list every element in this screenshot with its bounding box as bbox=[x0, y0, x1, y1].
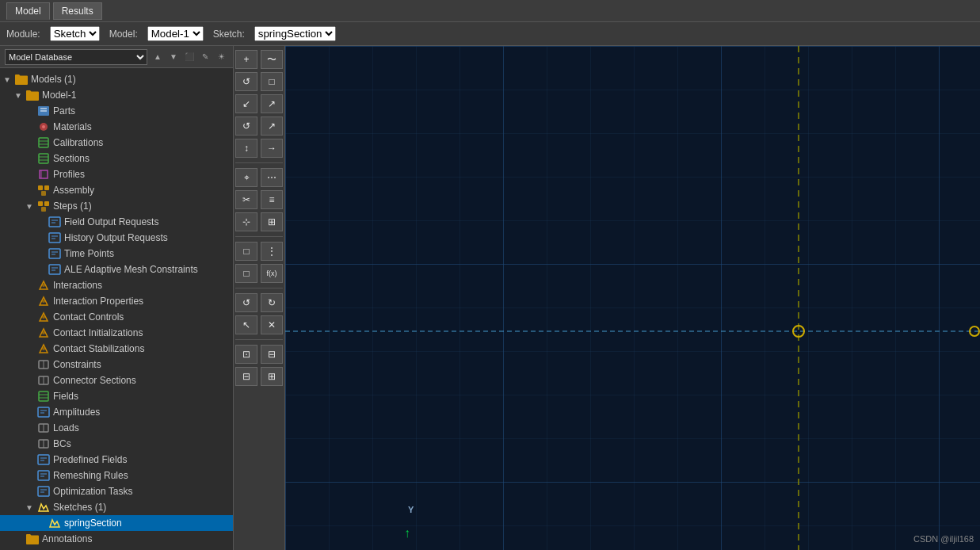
select-tool[interactable]: ↖ bbox=[235, 315, 257, 334]
tree-item-historyoutput[interactable]: History Output Requests bbox=[0, 230, 233, 246]
tree-item-timepoints[interactable]: Time Points bbox=[0, 246, 233, 262]
expand-icon[interactable]: ▼ bbox=[25, 202, 36, 211]
add-tool[interactable]: + bbox=[235, 50, 257, 69]
box-tool[interactable]: □ bbox=[235, 242, 257, 261]
svg-point-30 bbox=[42, 300, 45, 303]
tree-item-model1[interactable]: ▼Model-1 bbox=[0, 87, 233, 103]
grid2-tool[interactable]: ⊞ bbox=[261, 212, 283, 231]
lines-tool[interactable]: ≡ bbox=[261, 190, 283, 209]
toolbar-row-1: + 〜 bbox=[235, 49, 284, 70]
svg-rect-20 bbox=[49, 233, 60, 243]
module-bar: Module: Sketch Model: Model-1 Sketch: sp… bbox=[0, 22, 980, 46]
toolbar-panel: + 〜 ↺ □ ↙ ↗ ↺ ↗ ↕ → ⌖ ⋯ ✂ ≡ ⊹ ⊞ bbox=[234, 46, 285, 550]
tree-item-contactinit[interactable]: Contact Initializations bbox=[0, 325, 233, 341]
eraser-tool[interactable]: ✕ bbox=[261, 315, 283, 334]
tree-item-predefinedfields[interactable]: Predefined Fields bbox=[0, 452, 233, 468]
zoom-out-tool[interactable]: ↗ bbox=[261, 94, 283, 113]
tree-item-interactions[interactable]: Interactions bbox=[0, 277, 233, 293]
light-icon[interactable]: ☀ bbox=[214, 50, 228, 64]
tree-item-assembly[interactable]: Assembly bbox=[0, 182, 233, 198]
tree-item-contactcontrols[interactable]: Contact Controls bbox=[0, 309, 233, 325]
item-label-connectorsections: Connector Sections bbox=[53, 375, 136, 386]
tree-item-bcs[interactable]: BCs bbox=[0, 436, 233, 452]
tree-item-interactionprops[interactable]: Interaction Properties bbox=[0, 293, 233, 309]
tree-item-optimizationtasks[interactable]: Optimization Tasks bbox=[0, 483, 233, 499]
tree-item-models[interactable]: ▼Models (1) bbox=[0, 71, 233, 87]
grid3-tool[interactable]: ⊡ bbox=[235, 345, 257, 364]
svg-rect-54 bbox=[38, 487, 49, 496]
tab-results[interactable]: Results bbox=[53, 2, 102, 20]
undo-tool[interactable]: ↺ bbox=[235, 293, 257, 312]
tree-item-sketches[interactable]: ▼Sketches (1) bbox=[0, 499, 233, 515]
tree-item-contactstab[interactable]: Contact Stabilizations bbox=[0, 341, 233, 357]
tree-item-materials[interactable]: Materials bbox=[0, 119, 233, 135]
tree-item-calibrations[interactable]: Calibrations bbox=[0, 135, 233, 151]
tree-item-loads[interactable]: Loads bbox=[0, 420, 233, 436]
plus2-tool[interactable]: ⊞ bbox=[261, 367, 283, 386]
tree-item-parts[interactable]: Parts bbox=[0, 103, 233, 119]
item-label-sections: Sections bbox=[53, 153, 90, 164]
dots-tool[interactable]: ⋯ bbox=[261, 168, 283, 187]
rotate-left[interactable]: ↺ bbox=[235, 116, 257, 136]
zoom-in-tool[interactable]: ↙ bbox=[235, 94, 257, 113]
new-icon[interactable]: ⬛ bbox=[182, 50, 196, 64]
down-icon[interactable]: ▼ bbox=[166, 50, 181, 64]
rect-tool[interactable]: □ bbox=[261, 72, 283, 91]
model-label: Model: bbox=[109, 29, 138, 40]
canvas-area[interactable]: Y ↑ CSDN @iljil168 bbox=[285, 46, 980, 550]
tree-item-constraints[interactable]: Constraints bbox=[0, 357, 233, 372]
tab-model[interactable]: Model bbox=[6, 2, 50, 20]
tree-item-remeshingrules[interactable]: Remeshing Rules bbox=[0, 468, 233, 483]
svg-rect-11 bbox=[38, 185, 43, 190]
item-icon-output bbox=[36, 468, 51, 483]
item-label-contactinit: Contact Initializations bbox=[53, 327, 143, 338]
rotate-right[interactable]: ↗ bbox=[261, 116, 283, 136]
module-select[interactable]: Sketch bbox=[50, 26, 100, 41]
model-select[interactable]: Model-1 bbox=[147, 26, 204, 41]
expand-icon[interactable]: ▼ bbox=[3, 75, 14, 84]
tree-item-amplitudes[interactable]: Amplitudes bbox=[0, 404, 233, 420]
tree-item-connectorsections[interactable]: Connector Sections bbox=[0, 372, 233, 388]
sketch-select[interactable]: springSection bbox=[254, 26, 336, 41]
tree-item-sections[interactable]: Sections bbox=[0, 151, 233, 166]
cut-tool[interactable]: ✂ bbox=[235, 190, 257, 209]
toolbar-row-7: ✂ ≡ bbox=[235, 189, 284, 210]
fx-tool[interactable]: f(x) bbox=[261, 264, 283, 283]
rotate-view[interactable]: ↺ bbox=[235, 72, 257, 91]
tree-item-fieldoutput[interactable]: Field Output Requests bbox=[0, 214, 233, 230]
database-select[interactable]: Model Database bbox=[5, 49, 147, 65]
toolbar-row-9: □ ⋮ bbox=[235, 241, 284, 262]
cross-tool[interactable]: ⊹ bbox=[235, 212, 257, 231]
item-icon-output bbox=[48, 262, 62, 277]
svg-rect-8 bbox=[39, 154, 48, 163]
tree-item-fields[interactable]: Fields bbox=[0, 388, 233, 404]
redo-tool[interactable]: ↻ bbox=[261, 293, 283, 312]
mirror-h[interactable]: → bbox=[261, 139, 283, 158]
tree-item-annotations[interactable]: Annotations bbox=[0, 531, 233, 547]
item-icon-section bbox=[36, 151, 51, 166]
tree-item-steps[interactable]: ▼Steps (1) bbox=[0, 198, 233, 214]
minus-tool[interactable]: ⊟ bbox=[261, 345, 283, 364]
minus2-tool[interactable]: ⊟ bbox=[235, 367, 257, 386]
expand-icon[interactable]: ▼ bbox=[25, 503, 36, 512]
expand-icon[interactable]: ▼ bbox=[14, 91, 25, 100]
tree-item-ale[interactable]: ALE Adaptive Mesh Constraints bbox=[0, 262, 233, 277]
line-tool[interactable]: 〜 bbox=[261, 50, 283, 69]
dotgrid-tool[interactable]: ⋮ bbox=[261, 242, 283, 261]
svg-rect-58 bbox=[285, 46, 980, 550]
grid-tool[interactable]: ⌖ bbox=[235, 168, 257, 187]
item-icon-output bbox=[48, 215, 62, 229]
sketch-label: Sketch: bbox=[213, 29, 245, 40]
item-label-springsection: springSection bbox=[64, 518, 122, 529]
mirror-v[interactable]: ↕ bbox=[235, 139, 257, 158]
up-icon[interactable]: ▲ bbox=[151, 50, 165, 64]
tree-item-springsection[interactable]: springSection bbox=[0, 515, 233, 531]
item-icon-step bbox=[36, 199, 51, 213]
separator-1 bbox=[235, 162, 283, 163]
item-icon-interaction bbox=[36, 278, 51, 292]
toolbar-row-14: ⊟ ⊞ bbox=[235, 366, 284, 387]
edit-icon[interactable]: ✎ bbox=[198, 50, 212, 64]
tree-item-profiles[interactable]: Profiles bbox=[0, 166, 233, 182]
rect2-tool[interactable]: □ bbox=[235, 264, 257, 283]
item-label-fieldoutput: Field Output Requests bbox=[64, 216, 158, 227]
